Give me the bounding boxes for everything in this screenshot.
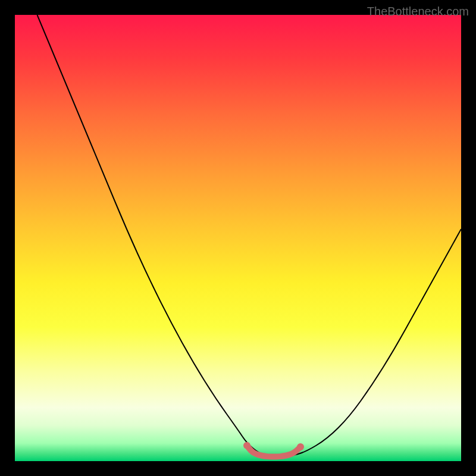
bottleneck-curve-path [37, 15, 462, 457]
optimal-zone-start-dot [243, 442, 250, 449]
optimal-zone-end-dot [297, 443, 304, 450]
chart-plot-area [15, 15, 461, 461]
watermark-text: TheBottleneck.com [367, 5, 469, 18]
chart-svg [15, 15, 461, 461]
optimal-zone-path [247, 446, 300, 457]
